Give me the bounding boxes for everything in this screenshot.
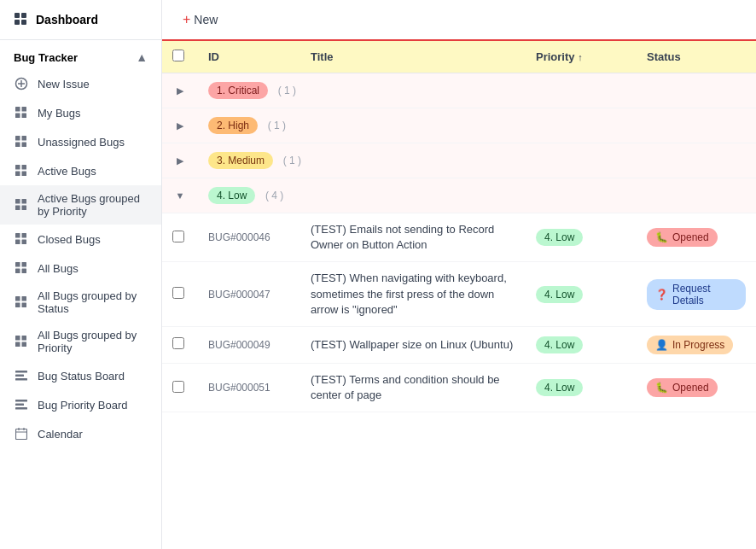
row-status: 🐛 Opened	[637, 213, 756, 262]
sidebar-item-unassigned-bugs[interactable]: Unassigned Bugs	[0, 127, 161, 156]
group-count-low: ( 4 )	[265, 190, 283, 201]
group-expand-cell[interactable]: ▶	[162, 73, 198, 108]
header-title: Title	[300, 41, 526, 73]
row-checkbox-cell[interactable]	[162, 262, 198, 327]
row-checkbox-BUG#000046[interactable]	[172, 231, 184, 242]
group-expand-cell[interactable]: ▶	[162, 108, 198, 143]
group-count-critical: ( 1 )	[278, 85, 296, 96]
svg-rect-41	[15, 378, 27, 381]
row-checkbox-cell[interactable]	[162, 213, 198, 262]
select-all-checkbox[interactable]	[172, 50, 184, 61]
sidebar-item-closed-bugs[interactable]: Closed Bugs	[0, 225, 161, 254]
row-checkbox-BUG#000049[interactable]	[172, 337, 184, 349]
toolbar: + New	[162, 0, 756, 41]
sidebar-item-all-bugs-grouped-status[interactable]: All Bugs grouped by Status	[0, 283, 161, 322]
row-status: ❓ Request Details	[637, 262, 756, 327]
svg-rect-19	[15, 199, 20, 204]
sidebar-item-label-active-bugs-grouped-priority: Active Bugs grouped by Priority	[38, 192, 148, 218]
dashboard-icon	[14, 12, 29, 27]
svg-rect-32	[22, 296, 27, 301]
sidebar-item-label-active-bugs: Active Bugs	[38, 165, 96, 178]
sidebar-item-bug-priority-board[interactable]: Bug Priority Board	[0, 390, 161, 419]
sidebar-icon-all-bugs-grouped-priority	[14, 334, 29, 349]
row-priority: 4. Low	[526, 326, 637, 363]
svg-rect-29	[15, 269, 20, 274]
group-row-critical[interactable]: ▶ 1. Critical ( 1 )	[162, 73, 756, 108]
group-expand-cell[interactable]: ▼	[162, 178, 198, 213]
svg-rect-23	[15, 233, 20, 238]
header-status: Status	[637, 41, 756, 73]
svg-rect-2	[15, 20, 20, 25]
new-label: New	[194, 13, 218, 26]
bugs-table: ID Title Priority ↑ Status ▶ 1. Critical…	[162, 41, 756, 412]
group-row-low[interactable]: ▼ 4. Low ( 4 )	[162, 178, 756, 213]
row-priority: 4. Low	[526, 363, 637, 412]
svg-rect-38	[22, 342, 27, 348]
svg-rect-1	[21, 13, 26, 18]
priority-badge: 4. Low	[536, 286, 583, 303]
group-label-cell-low[interactable]: 4. Low ( 4 )	[198, 178, 756, 213]
row-id: BUG#000046	[198, 213, 300, 262]
sidebar-item-bug-status-board[interactable]: Bug Status Board	[0, 361, 161, 390]
dashboard-link[interactable]: Dashboard	[0, 0, 161, 40]
row-id: BUG#000047	[198, 262, 300, 327]
sidebar-icon-all-bugs	[14, 260, 29, 276]
group-toggle-low[interactable]: ▼	[172, 188, 188, 203]
sidebar-item-label-all-bugs: All Bugs	[38, 262, 79, 275]
svg-rect-24	[22, 233, 27, 238]
row-checkbox-cell[interactable]	[162, 363, 198, 412]
group-toggle-medium[interactable]: ▶	[172, 153, 188, 168]
sidebar-item-new-issue[interactable]: New Issue	[0, 69, 161, 98]
group-expand-cell[interactable]: ▶	[162, 143, 198, 178]
svg-rect-45	[16, 429, 27, 440]
sidebar-item-active-bugs[interactable]: Active Bugs	[0, 156, 161, 185]
row-checkbox-BUG#000051[interactable]	[172, 381, 184, 393]
table-row: BUG#000047 (TEST) When navigating with k…	[162, 262, 756, 327]
svg-rect-40	[15, 375, 24, 377]
row-checkbox-cell[interactable]	[162, 326, 198, 363]
row-title: (TEST) When navigating with keyboard, so…	[300, 262, 526, 327]
row-title: (TEST) Terms and condition should be cen…	[300, 363, 526, 412]
row-id: BUG#000051	[198, 363, 300, 412]
svg-rect-28	[22, 262, 27, 267]
chevron-icon-critical: ▶	[172, 83, 188, 98]
sidebar-item-label-all-bugs-grouped-priority: All Bugs grouped by Priority	[38, 329, 148, 354]
status-icon: 👤	[655, 339, 668, 351]
group-toggle-critical[interactable]: ▶	[172, 83, 188, 98]
status-badge: ❓ Request Details	[647, 279, 746, 310]
sidebar-item-calendar[interactable]: Calendar	[0, 419, 161, 448]
sidebar-item-all-bugs[interactable]: All Bugs	[0, 254, 161, 283]
row-title: (TEST) Emails not sending to Record Owne…	[300, 213, 526, 262]
group-row-medium[interactable]: ▶ 3. Medium ( 1 )	[162, 143, 756, 178]
group-row-high[interactable]: ▶ 2. High ( 1 )	[162, 108, 756, 143]
table-body: ▶ 1. Critical ( 1 ) ▶ 2. High ( 1 ) ▶ 3.…	[162, 73, 756, 412]
priority-badge: 4. Low	[536, 229, 583, 246]
svg-rect-33	[15, 303, 20, 308]
svg-rect-27	[15, 262, 20, 267]
status-icon: 🐛	[655, 382, 668, 394]
sidebar-item-label-bug-priority-board: Bug Priority Board	[38, 399, 128, 412]
bugs-table-container[interactable]: ID Title Priority ↑ Status ▶ 1. Critical…	[162, 41, 756, 549]
priority-badge: 4. Low	[536, 379, 583, 396]
status-badge: 🐛 Opened	[647, 228, 718, 247]
svg-rect-17	[15, 172, 20, 177]
group-priority-badge-medium: 3. Medium	[208, 152, 273, 169]
sidebar-item-label-my-bugs: My Bugs	[38, 107, 81, 120]
sidebar-icon-my-bugs	[14, 105, 29, 120]
chevron-icon-low: ▼	[172, 188, 188, 203]
sidebar-item-my-bugs[interactable]: My Bugs	[0, 98, 161, 127]
group-label-cell-critical[interactable]: 1. Critical ( 1 )	[198, 73, 756, 108]
sidebar-item-active-bugs-grouped-priority[interactable]: Active Bugs grouped by Priority	[0, 185, 161, 225]
new-button[interactable]: + New	[176, 9, 224, 31]
status-icon: 🐛	[655, 231, 668, 243]
group-label-cell-medium[interactable]: 3. Medium ( 1 )	[198, 143, 756, 178]
row-checkbox-BUG#000047[interactable]	[172, 287, 184, 299]
table-header: ID Title Priority ↑ Status	[162, 41, 756, 73]
svg-rect-31	[15, 296, 20, 301]
group-toggle-high[interactable]: ▶	[172, 118, 188, 133]
sidebar-item-label-new-issue: New Issue	[38, 78, 90, 91]
sidebar-item-all-bugs-grouped-priority[interactable]: All Bugs grouped by Priority	[0, 322, 161, 361]
group-label-cell-high[interactable]: 2. High ( 1 )	[198, 108, 756, 143]
collapse-icon[interactable]: ▲	[136, 50, 148, 64]
row-priority: 4. Low	[526, 262, 637, 327]
